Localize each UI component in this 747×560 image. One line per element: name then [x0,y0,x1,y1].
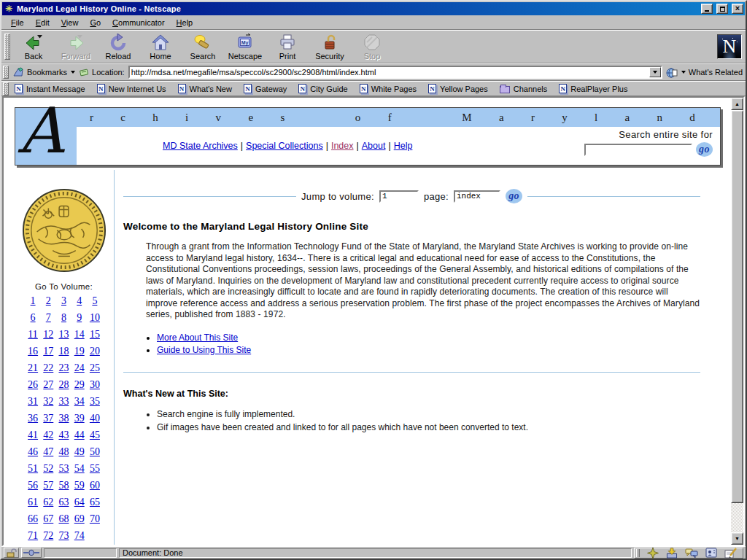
volume-link[interactable]: 70 [87,513,102,525]
volume-link[interactable]: 3 [56,295,71,307]
scroll-up-button[interactable]: ▲ [731,98,743,110]
nav-about[interactable]: About [362,141,386,151]
volume-link[interactable]: 45 [87,429,102,441]
navigator-icon[interactable] [647,548,659,559]
close-button[interactable]: × [732,4,743,14]
volume-link[interactable]: 31 [26,396,41,408]
guide-link[interactable]: Guide to Using This Site [157,345,251,355]
volume-link[interactable]: 64 [71,497,87,508]
bookmark-instant-message[interactable]: NInstant Message [11,84,91,93]
volume-link[interactable]: 52 [41,463,56,475]
volume-link[interactable]: 2 [41,295,56,307]
volume-link[interactable]: 25 [87,362,102,374]
menu-file[interactable]: File [6,17,29,28]
volume-link[interactable]: 7 [41,312,56,324]
scrollbar-thumb[interactable] [731,110,743,503]
bookmark-whats-new[interactable]: NWhat's New [174,84,238,93]
bookmark-white-pages[interactable]: NWhite Pages [356,84,422,93]
netscape-button[interactable]: My Netscape [225,31,266,62]
volume-link[interactable]: 50 [87,446,102,458]
volume-link[interactable]: 27 [41,379,56,391]
back-button[interactable]: Back [13,31,54,62]
volume-link[interactable]: 16 [26,346,41,357]
security-button[interactable]: Security [309,31,350,62]
volume-link[interactable]: 69 [71,513,87,525]
location-bar-grip[interactable] [3,66,9,79]
volume-link[interactable]: 14 [71,329,87,341]
security-status-button[interactable] [4,548,19,558]
volume-link[interactable]: 35 [87,396,102,408]
menu-edit[interactable]: Edit [31,17,55,28]
composer-icon[interactable] [724,548,737,559]
volume-link[interactable]: 58 [56,480,71,491]
bookmark-new-internet-us[interactable]: NNew Internet Us [93,84,172,93]
volume-link[interactable]: 19 [71,346,87,357]
home-button[interactable]: Home [140,31,181,62]
volume-link[interactable]: 72 [41,530,56,542]
whats-related-button[interactable]: What's Related [666,67,743,78]
volume-link[interactable]: 8 [56,312,71,324]
jump-volume-input[interactable] [379,190,419,203]
jump-page-input[interactable] [454,190,500,203]
restore-button[interactable] [716,4,728,14]
nav-help[interactable]: Help [394,141,413,151]
volume-link[interactable]: 44 [71,429,87,441]
volume-link[interactable]: 55 [87,463,102,475]
volume-link[interactable]: 38 [56,413,71,424]
stop-button[interactable]: Stop [352,31,392,62]
volume-link[interactable]: 71 [26,530,41,542]
volume-link[interactable]: 42 [41,429,56,441]
discussions-icon[interactable] [685,548,698,559]
volume-link[interactable]: 53 [56,463,71,475]
volume-link[interactable]: 57 [41,480,56,491]
volume-link[interactable]: 47 [41,446,56,458]
volume-link[interactable]: 6 [26,312,41,324]
volume-link[interactable]: 17 [41,346,56,357]
personal-toolbar-grip[interactable] [3,82,9,96]
volume-link[interactable]: 4 [71,295,87,307]
volume-link[interactable]: 9 [71,312,87,324]
jump-go-button[interactable]: go [506,189,522,203]
vertical-scrollbar[interactable]: ▲ ▼ [731,98,743,545]
volume-link[interactable]: 65 [87,497,102,508]
bookmark-city-guide[interactable]: NCity Guide [295,84,353,93]
volume-link[interactable]: 68 [56,513,71,525]
volume-link[interactable]: 48 [56,446,71,458]
volume-link[interactable]: 15 [87,329,102,341]
volume-link[interactable]: 51 [26,463,41,475]
search-button[interactable]: Search [182,31,223,62]
bookmark-channels[interactable]: Channels [496,85,553,93]
more-about-link[interactable]: More About This Site [157,332,238,343]
volume-link[interactable]: 39 [71,413,87,424]
menu-communicator[interactable]: Communicator [107,17,170,28]
volume-link[interactable]: 33 [56,396,71,408]
volume-link[interactable]: 11 [26,329,41,341]
volume-link[interactable]: 5 [87,295,102,307]
volume-link[interactable]: 46 [26,446,41,458]
volume-link[interactable]: 74 [71,530,87,542]
menu-help[interactable]: Help [171,17,198,28]
reload-button[interactable]: Reload [98,31,139,62]
menu-view[interactable]: View [56,17,84,28]
volume-link[interactable]: 43 [56,429,71,441]
netscape-logo[interactable]: N [717,34,742,59]
volume-link[interactable]: 54 [71,463,87,475]
inbox-icon[interactable] [666,548,678,559]
volume-link[interactable]: 23 [56,362,71,374]
nav-special-collections[interactable]: Special Collections [246,141,323,151]
volume-link[interactable]: 73 [56,530,71,542]
component-bar-grip[interactable] [636,549,640,557]
volume-link[interactable]: 40 [87,413,102,424]
site-search-input[interactable] [584,144,692,156]
volume-link[interactable]: 21 [26,362,41,374]
volume-link[interactable]: 60 [87,480,102,491]
site-search-go-button[interactable]: go [696,142,713,157]
volume-link[interactable]: 63 [56,497,71,508]
bookmark-yellow-pages[interactable]: NYellow Pages [425,84,494,93]
volume-link[interactable]: 28 [56,379,71,391]
volume-link[interactable]: 20 [87,346,102,357]
volume-link[interactable]: 49 [71,446,87,458]
bookmark-realplayer-plus[interactable]: NRealPlayer Plus [555,84,633,93]
nav-md-state-archives[interactable]: MD State Archives [163,141,238,151]
url-dropdown-button[interactable] [649,67,661,77]
